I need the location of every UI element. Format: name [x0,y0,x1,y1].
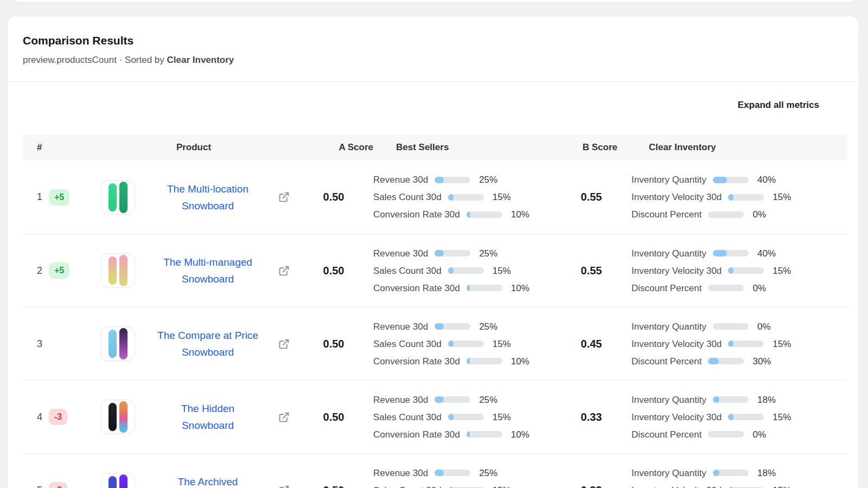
metric-bar [467,431,502,438]
metric-value: 15% [493,265,511,277]
metric-label: Discount Percent [631,429,701,440]
a-score-value: 0.50 [294,191,373,203]
metric-value: 10% [511,282,529,294]
thumbnail-cell [93,400,142,434]
metric-value: 15% [773,191,791,203]
metric-bar [713,177,749,183]
metric-bar [448,267,484,274]
metric-bar [435,250,470,256]
product-link[interactable]: The ArchivedSnowboard [178,473,238,488]
metric-label: Discount Percent [631,282,701,294]
b-score-value: 0.33 [565,484,617,488]
snowboard-image [108,403,117,431]
metric-label: Discount Percent [631,356,701,367]
rank-change-badge: -3 [49,482,67,488]
product-link[interactable]: The Multi-locationSnowboard [167,181,248,214]
column-header-b-score[interactable]: B Score [565,142,617,153]
metric-value: 18% [757,467,776,479]
metric-bar [435,470,470,476]
column-header-best-sellers[interactable]: Best Sellers [373,142,565,153]
snowboard-image [108,330,117,358]
clear-inventory-metrics: Inventory Quantity40%Inventory Velocity … [617,174,847,220]
metric-label: Inventory Velocity 30d [631,191,722,203]
metric-line: Inventory Velocity 30d15% [631,191,847,203]
column-header-clear-inventory[interactable]: Clear Inventory [617,142,847,153]
metric-value: 30% [752,356,771,367]
product-name-cell: The Compare at PriceSnowboard [142,327,273,361]
external-link-icon[interactable] [278,412,290,423]
metric-value: 0% [752,282,766,294]
metric-bar [713,470,749,476]
snowboard-image [119,328,127,359]
metric-line: Sales Count 30d15% [373,265,565,277]
metric-line: Discount Percent0% [631,429,847,440]
b-score-value: 0.55 [565,191,617,203]
rank-cell: 2+5 [23,262,93,279]
metric-label: Inventory Velocity 30d [631,338,722,350]
product-name-cell: The HiddenSnowboard [142,400,273,434]
column-header-a-score[interactable]: A Score [294,142,373,153]
metric-label: Inventory Quantity [631,467,706,479]
external-link-icon[interactable] [278,485,290,488]
rank-change-badge: +5 [49,262,69,279]
product-thumbnail [100,253,135,288]
b-score-value: 0.55 [565,265,617,277]
metric-bar-fill [713,177,727,183]
metric-value: 25% [479,321,497,332]
metric-bar-fill [467,211,470,218]
metric-label: Inventory Quantity [631,174,706,185]
metric-line: Sales Count 30d15% [373,485,565,488]
metric-bar [713,250,749,256]
metric-line: Revenue 30d25% [373,174,565,185]
metric-label: Discount Percent [631,209,701,220]
card-subtitle: preview.productsCount · Sorted by Clear … [23,54,844,66]
metric-line: Inventory Quantity40% [631,174,847,185]
expand-all-metrics-button[interactable]: Expand all metrics [738,99,819,111]
metric-bar [448,414,484,420]
metric-value: 15% [493,191,511,203]
metric-bar [713,323,749,330]
product-link[interactable]: The Compare at PriceSnowboard [157,327,258,361]
product-link[interactable]: The HiddenSnowboard [181,400,234,434]
metric-line: Revenue 30d25% [373,248,565,259]
metric-line: Conversion Rate 30d10% [373,209,565,220]
best-sellers-metrics: Revenue 30d25%Sales Count 30d15%Conversi… [373,174,565,220]
rank-number: 1 [37,191,43,203]
rank-number: 5 [37,485,43,488]
metric-bar-fill [728,341,733,347]
metric-bar [435,177,470,183]
metric-value: 25% [479,467,497,479]
external-link-icon[interactable] [278,265,290,277]
external-link-icon[interactable] [278,191,290,203]
external-link-cell [273,338,294,350]
external-link-cell [273,191,294,203]
product-link[interactable]: The Multi-managedSnowboard [163,254,252,287]
metric-bar-fill [448,267,454,274]
product-thumbnail [100,326,135,361]
external-link-icon[interactable] [278,338,290,350]
metric-bar [728,414,764,420]
metric-value: 15% [493,485,511,488]
rank-change-badge: +5 [49,189,69,206]
metric-bar-fill [467,358,470,364]
card-header: Comparison Results preview.productsCount… [8,16,859,82]
best-sellers-metrics: Revenue 30d25%Sales Count 30d15%Conversi… [373,321,565,367]
metric-line: Discount Percent0% [631,209,847,220]
metric-bar [467,358,502,364]
metric-value: 10% [511,356,529,367]
snowboard-image [119,474,127,488]
table-row: 2+5The Multi-managedSnowboard0.50Revenue… [23,234,847,307]
thumbnail-cell [93,253,142,288]
rank-cell: 3 [23,338,93,350]
column-header-product: Product [93,142,294,153]
metric-line: Inventory Velocity 30d15% [631,265,847,277]
metric-label: Sales Count 30d [373,265,442,277]
metric-bar-fill [448,194,454,201]
a-score-value: 0.50 [294,338,373,350]
metric-bar-fill [467,285,470,291]
metric-value: 15% [773,412,791,423]
metric-line: Sales Count 30d15% [373,191,565,203]
table-row: 4-3The HiddenSnowboard0.50Revenue 30d25%… [23,380,847,453]
product-thumbnail [100,473,135,488]
clear-inventory-metrics: Inventory Quantity18%Inventory Velocity … [617,394,847,440]
